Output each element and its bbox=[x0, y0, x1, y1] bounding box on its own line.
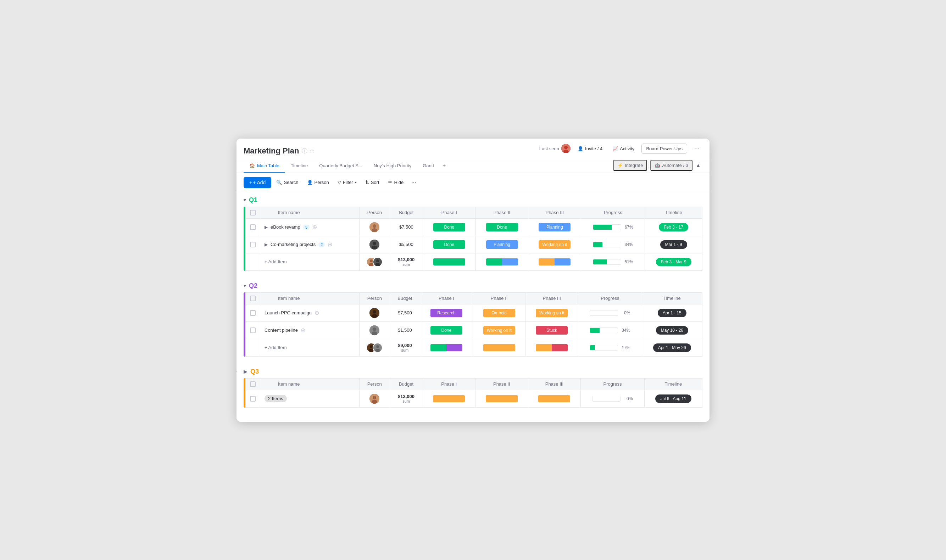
q2-table: Item name Person Budget Phase I Phase II… bbox=[245, 292, 703, 357]
svg-point-25 bbox=[376, 345, 379, 348]
invite-button[interactable]: 👤 Invite / 4 bbox=[575, 144, 605, 153]
tab-main-table[interactable]: 🏠 Main Table bbox=[243, 160, 285, 172]
q2-row1-phase3-badge[interactable]: Working on it bbox=[536, 309, 568, 317]
home-icon: 🏠 bbox=[249, 163, 255, 168]
star-icon[interactable]: ☆ bbox=[310, 148, 314, 155]
last-seen: Last seen bbox=[539, 144, 570, 153]
integrate-button[interactable]: ⚡ Integrate bbox=[613, 160, 647, 171]
row1-expand[interactable]: ▶ bbox=[265, 225, 268, 230]
q2-table-scroll: Item name Person Budget Phase I Phase II… bbox=[245, 292, 703, 357]
q1-sum-timeline-badge: Feb 3 - Mar 9 bbox=[656, 258, 692, 266]
row2-phase3-badge[interactable]: Working on it bbox=[539, 240, 570, 249]
row1-budget: $7,500 bbox=[390, 218, 423, 236]
q2-row1-phase2-badge[interactable]: On-hold bbox=[483, 309, 515, 317]
q2-row1-name-text[interactable]: Launch PPC campaign bbox=[265, 310, 312, 315]
q2-row1-phase1: Research bbox=[420, 304, 473, 322]
q2-row1-checkbox[interactable] bbox=[250, 310, 256, 316]
add-button[interactable]: + + Add bbox=[243, 177, 271, 188]
q3-table: Item name Person Budget Phase I Phase II… bbox=[245, 378, 703, 408]
q2-row2-timeline-badge: May 10 - 26 bbox=[656, 326, 688, 335]
row2-phase2-badge[interactable]: Planning bbox=[486, 240, 518, 249]
app-container: Marketing Plan ⓘ ☆ Last seen 👤 Invi bbox=[236, 138, 710, 422]
q1-ph2-seg1 bbox=[486, 258, 502, 265]
filter-button[interactable]: ▽ Filter ▾ bbox=[334, 177, 360, 188]
q2-row2-checkbox[interactable] bbox=[250, 328, 256, 333]
q1-col-budget: Budget bbox=[390, 207, 423, 218]
q2-row2-add-icon[interactable]: ⊕ bbox=[301, 327, 305, 334]
row2-checkbox[interactable] bbox=[250, 242, 256, 248]
row2-person bbox=[359, 236, 390, 253]
q2-ph1-seg2 bbox=[447, 344, 462, 351]
row2-name-text[interactable]: Co-marketing projects bbox=[271, 242, 316, 247]
tab-gantt[interactable]: Gantt bbox=[417, 160, 440, 172]
sort-button[interactable]: ⇅ Sort bbox=[362, 177, 383, 188]
q2-row2-avatar bbox=[370, 325, 379, 335]
q1-add-item-row: + Add Item bbox=[246, 253, 703, 271]
group-q2-collapse[interactable]: ▾ bbox=[243, 283, 246, 289]
q3-row-checkbox[interactable] bbox=[250, 396, 256, 402]
row2-phase1-badge[interactable]: Done bbox=[433, 240, 465, 249]
activity-icon: 📈 bbox=[612, 146, 618, 151]
tab-timeline[interactable]: Timeline bbox=[285, 160, 314, 172]
row1-checkbox[interactable] bbox=[250, 225, 256, 230]
group-q2-title: Q2 bbox=[249, 282, 257, 289]
group-q3-title: Q3 bbox=[250, 368, 259, 375]
select-all-q1[interactable] bbox=[250, 210, 256, 215]
activity-button[interactable]: 📈 Activity bbox=[610, 144, 637, 153]
row2-expand[interactable]: ▶ bbox=[265, 242, 268, 247]
toolbar-more-button[interactable]: ··· bbox=[408, 177, 419, 188]
q2-row1-phase1-badge[interactable]: Research bbox=[430, 309, 462, 317]
row2-add-icon[interactable]: ⊕ bbox=[328, 241, 332, 248]
q3-progress-pct: 0% bbox=[622, 396, 633, 401]
tab-noy-high-priority[interactable]: Noy's High Priority bbox=[368, 160, 418, 172]
q1-add-item-cell[interactable]: + Add Item bbox=[260, 253, 359, 271]
q2-row2-name-text[interactable]: Content pipeline bbox=[265, 328, 298, 333]
q2-row2-phase3-badge[interactable]: Stuck bbox=[536, 326, 568, 335]
q2-col-progress: Progress bbox=[578, 292, 642, 304]
group-q3: ··· ▶ Q3 Item name Person Budget bbox=[236, 364, 710, 408]
q3-col-timeline: Timeline bbox=[644, 378, 702, 390]
row2-progress-cell: 34% bbox=[585, 242, 640, 248]
person-button[interactable]: 👤 Person bbox=[304, 177, 333, 188]
q1-col-phase3: Phase III bbox=[528, 207, 581, 218]
automate-button[interactable]: 🤖 Automate / 3 bbox=[650, 160, 692, 171]
q2-row1-add-icon[interactable]: ⊕ bbox=[314, 309, 319, 316]
tab-add-button[interactable]: + bbox=[440, 159, 448, 172]
person-icon: 👤 bbox=[578, 146, 583, 151]
q3-person-cell bbox=[359, 390, 390, 407]
row2-phase3: Working on it bbox=[528, 236, 581, 253]
row2-budget: $5,500 bbox=[390, 236, 423, 253]
q2-sum-avatar2 bbox=[373, 343, 382, 353]
q2-row2-phase1-badge[interactable]: Done bbox=[430, 326, 462, 335]
select-all-q2[interactable] bbox=[250, 295, 256, 301]
row1-phase2-badge[interactable]: Done bbox=[486, 223, 518, 231]
more-button[interactable]: ··· bbox=[692, 143, 703, 154]
svg-point-16 bbox=[373, 310, 376, 314]
row2-progress-bar bbox=[593, 242, 621, 248]
row1-phase3-badge[interactable]: Planning bbox=[539, 223, 570, 231]
row1-phase1-badge[interactable]: Done bbox=[433, 223, 465, 231]
info-icon[interactable]: ⓘ bbox=[302, 148, 307, 155]
hide-button[interactable]: 👁 Hide bbox=[384, 177, 407, 188]
row1-add-icon[interactable]: ⊕ bbox=[313, 224, 317, 231]
svg-point-7 bbox=[373, 242, 376, 245]
chevron-up-icon[interactable]: ▲ bbox=[694, 161, 703, 170]
board-powerups-button[interactable]: Board Power-Ups bbox=[641, 143, 687, 154]
row1-avatar bbox=[370, 222, 379, 232]
page-title: Marketing Plan bbox=[243, 146, 299, 155]
q3-ph2-seg1 bbox=[486, 395, 518, 402]
tab-quarterly-budget[interactable]: Quarterly Budget S... bbox=[313, 160, 368, 172]
select-all-q3[interactable] bbox=[250, 382, 256, 387]
q2-col-phase3: Phase III bbox=[525, 292, 578, 304]
q3-phase2-stack bbox=[486, 395, 518, 402]
search-button[interactable]: 🔍 Search bbox=[273, 177, 302, 188]
q2-add-item-cell[interactable]: + Add Item bbox=[260, 339, 359, 356]
group-q1-collapse[interactable]: ▾ bbox=[243, 197, 246, 203]
q2-row2-phase2: Working on it bbox=[473, 322, 525, 339]
q1-sum-progress: 51% bbox=[581, 253, 645, 271]
q2-row2-progress-fill bbox=[590, 328, 599, 333]
row1-name-text[interactable]: eBook revamp bbox=[271, 225, 300, 230]
q3-budget-cell: $12,000 sum bbox=[390, 390, 423, 407]
group-q3-collapse[interactable]: ▶ bbox=[243, 369, 248, 374]
q2-row2-phase2-badge[interactable]: Working on it bbox=[483, 326, 515, 335]
